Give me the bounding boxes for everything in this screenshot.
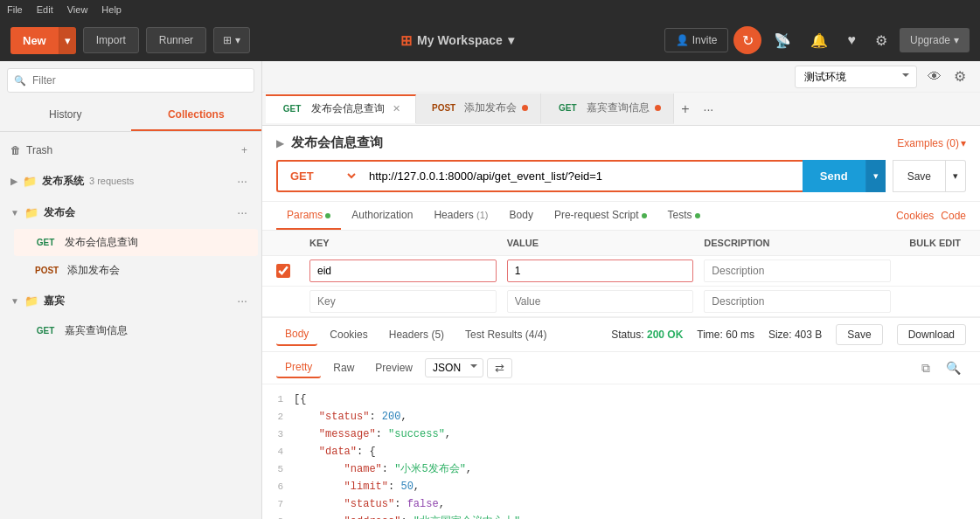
row-checkbox-0[interactable] — [276, 264, 290, 278]
tab-name-0: 发布会信息查询 — [311, 101, 385, 116]
menu-view[interactable]: View — [67, 4, 88, 15]
workspace-button[interactable]: ⊞ My Workspace ▾ — [400, 32, 514, 49]
url-input[interactable] — [358, 160, 803, 192]
copy-icon-button[interactable]: ⧉ — [916, 358, 935, 378]
examples-chevron-icon: ▾ — [961, 137, 966, 149]
resp-tab-body[interactable]: Body — [276, 323, 317, 346]
new-button[interactable]: New — [10, 27, 59, 54]
code-line-7: 7 "status": false, — [262, 496, 980, 514]
folder-icon-1: 📁 — [24, 206, 38, 219]
tab-collections[interactable]: Collections — [131, 100, 262, 131]
trash-row[interactable]: 🗑 Trash + — [0, 135, 261, 165]
collection-more-1[interactable]: ··· — [233, 204, 251, 221]
tab-method-0: GET — [278, 103, 306, 114]
tab-add-button[interactable]: + — [674, 98, 696, 121]
desc-input-0[interactable] — [704, 260, 891, 282]
dropdown-chevron: ▾ — [235, 34, 240, 46]
method-badge-post-0: POST — [31, 265, 62, 276]
key-input-empty[interactable] — [309, 290, 497, 313]
collection-header-2[interactable]: ▼ 📁 嘉宾 ··· — [0, 285, 261, 316]
code-link[interactable]: Code — [941, 210, 966, 222]
resp-tab-tests[interactable]: Test Results (4/4) — [456, 324, 555, 345]
format-tab-preview[interactable]: Preview — [366, 358, 421, 377]
endpoint-item-0[interactable]: GET 发布会信息查询 — [14, 229, 258, 256]
collection-header-1[interactable]: ▼ 📁 发布会 ··· — [0, 197, 261, 228]
endpoint-item-2[interactable]: GET 嘉宾查询信息 — [14, 317, 258, 344]
env-select[interactable]: 测试环境 — [795, 66, 917, 88]
tab-close-0[interactable]: ✕ — [390, 102, 403, 115]
bulk-edit-link[interactable]: Bulk Edit — [896, 231, 966, 255]
tab-2[interactable]: GET 嘉宾查询信息 — [541, 93, 674, 124]
bell-icon-button[interactable]: 🔔 — [803, 27, 835, 54]
trash-add-icon-button[interactable]: + — [238, 142, 251, 158]
menu-edit[interactable]: Edit — [37, 4, 53, 15]
time-label: Time: 60 ms — [697, 329, 754, 341]
params-tab-params[interactable]: Params — [276, 202, 341, 230]
collection-header-0[interactable]: ▶ 📁 发布系统 3 requests ··· — [0, 165, 261, 197]
request-expand-icon[interactable]: ▶ — [276, 137, 284, 149]
wrap-icon-button[interactable]: ⇄ — [487, 358, 512, 378]
params-tab-body[interactable]: Body — [499, 202, 544, 230]
resp-download-button[interactable]: Download — [897, 324, 966, 345]
sidebar-content: 🗑 Trash + ▶ 📁 发布系统 3 requests ··· — [0, 132, 261, 519]
endpoint-name-2: 嘉宾查询信息 — [65, 323, 128, 338]
format-tab-pretty[interactable]: Pretty — [276, 357, 321, 378]
params-dot-4 — [642, 213, 647, 218]
tab-bar: GET 发布会信息查询 ✕ POST 添加发布会 GET 嘉宾查询信息 + ··… — [262, 93, 980, 126]
settings-icon-button[interactable]: ⚙ — [868, 27, 894, 54]
params-tab-tests[interactable]: Tests — [657, 202, 711, 230]
resp-save-button[interactable]: Save — [836, 324, 882, 345]
import-button[interactable]: Import — [83, 27, 139, 53]
tab-0[interactable]: GET 发布会信息查询 ✕ — [266, 94, 416, 123]
resp-tab-cookies[interactable]: Cookies — [321, 324, 376, 345]
format-tab-raw[interactable]: Raw — [324, 358, 363, 377]
tab-1[interactable]: POST 添加发布会 — [416, 93, 541, 124]
eye-icon-button[interactable]: 👁 — [924, 65, 945, 88]
runner-button[interactable]: Runner — [146, 27, 206, 53]
menu-help[interactable]: Help — [101, 4, 122, 15]
upgrade-button[interactable]: Upgrade ▾ — [900, 28, 970, 52]
satellite-icon-button[interactable]: 📡 — [767, 27, 798, 54]
sidebar: 🔍 History Collections 🗑 Trash + — [0, 61, 262, 519]
headers-badge: (1) — [476, 210, 488, 220]
tab-more-button[interactable]: ··· — [697, 99, 721, 120]
params-tab-prerequest[interactable]: Pre-request Script — [544, 202, 657, 230]
code-line-3: 3 "message": "success", — [262, 426, 980, 444]
params-tab-headers[interactable]: Headers (1) — [423, 202, 498, 230]
size-label: Size: 403 B — [768, 329, 822, 341]
response-tabs: Body Cookies Headers (5) Test Results (4… — [262, 318, 980, 352]
value-input-0[interactable] — [507, 260, 694, 282]
request-area: ▶ 发布会信息查询 Examples (0) ▾ GET POST PUT DE… — [262, 126, 980, 202]
invite-icon: 👤 — [676, 34, 689, 46]
sync-button[interactable]: ↻ — [733, 26, 761, 54]
key-input-0[interactable] — [309, 260, 497, 282]
desc-input-empty[interactable] — [704, 290, 891, 313]
send-button[interactable]: Send — [803, 160, 865, 192]
search-response-button[interactable]: 🔍 — [941, 358, 966, 378]
value-input-empty[interactable] — [507, 290, 694, 313]
invite-button[interactable]: 👤 Invite — [664, 28, 729, 52]
search-input[interactable] — [7, 68, 254, 93]
resp-tab-headers[interactable]: Headers (5) — [380, 324, 453, 345]
params-tab-auth[interactable]: Authorization — [341, 202, 423, 230]
code-line-5: 5 "name": "小米5发布会", — [262, 461, 980, 479]
new-dropdown-button[interactable]: ▾ — [59, 27, 76, 54]
examples-link[interactable]: Examples (0) ▾ — [897, 137, 966, 149]
code-line-2: 2 "status": 200, — [262, 409, 980, 426]
cookies-link[interactable]: Cookies — [896, 210, 934, 222]
method-select[interactable]: GET POST PUT DELETE — [276, 160, 358, 192]
collection-more-0[interactable]: ··· — [233, 172, 251, 190]
save-button[interactable]: Save — [893, 160, 946, 192]
tab-method-2: GET — [553, 102, 581, 114]
menu-file[interactable]: File — [7, 4, 23, 15]
upgrade-chevron-icon: ▾ — [954, 34, 959, 46]
heart-icon-button[interactable]: ♥ — [840, 27, 863, 53]
tab-history[interactable]: History — [0, 100, 131, 131]
send-dropdown-button[interactable]: ▾ — [865, 160, 886, 192]
json-format-select[interactable]: JSON — [425, 358, 483, 377]
save-dropdown-button[interactable]: ▾ — [946, 160, 966, 192]
env-settings-icon-button[interactable]: ⚙ — [950, 65, 970, 88]
extra-icon-button[interactable]: ⊞ ▾ — [213, 27, 250, 53]
collection-more-2[interactable]: ··· — [233, 292, 251, 309]
endpoint-item-1[interactable]: POST 添加发布会 — [14, 257, 258, 284]
